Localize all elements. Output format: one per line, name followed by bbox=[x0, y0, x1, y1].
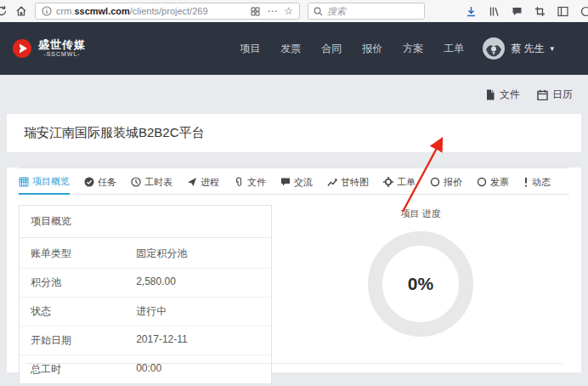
browser-toolbar: crm.sscmwl.com/clients/project/269 ⋯ ☆ bbox=[0, 0, 588, 22]
logo-icon bbox=[12, 38, 32, 59]
circle-icon bbox=[430, 177, 440, 187]
send-icon bbox=[187, 177, 197, 187]
circle-icon bbox=[477, 177, 487, 187]
library-icon[interactable] bbox=[489, 6, 500, 17]
user-name: 蔡 先生 bbox=[511, 42, 544, 56]
calendar-button[interactable]: 日历 bbox=[537, 88, 573, 102]
paperclip-icon bbox=[234, 177, 244, 187]
browser-search[interactable] bbox=[308, 3, 425, 20]
tab-discussion[interactable]: 交流 bbox=[280, 168, 313, 194]
nav-item-proposals[interactable]: 方案 bbox=[403, 42, 423, 56]
tab-overview[interactable]: 项目概览 bbox=[19, 168, 70, 195]
url-bar[interactable]: crm.sscmwl.com/clients/project/269 ⋯ ☆ bbox=[35, 3, 300, 20]
progress-donut-chart: 0% bbox=[368, 231, 473, 337]
row-label: 状态 bbox=[31, 304, 136, 319]
divider bbox=[25, 363, 563, 364]
nav-item-contracts[interactable]: 合同 bbox=[321, 42, 342, 56]
tab-invoices[interactable]: 发票 bbox=[477, 168, 509, 194]
project-tabs: 项目概览 任务 工时表 进程 文件 交流 bbox=[19, 167, 569, 195]
crop-icon[interactable] bbox=[534, 6, 546, 17]
row-value: 固定积分池 bbox=[136, 247, 260, 261]
chevron-down-icon: ▾ bbox=[550, 44, 554, 53]
address-url: crm.sscmwl.com/clients/project/269 bbox=[56, 6, 208, 16]
check-circle-icon bbox=[84, 177, 94, 187]
page-body: 文件 日历 瑞安江南国际服装城B2B2C平台 项目概览 任务 工时表 bbox=[0, 75, 588, 386]
page-action-icon[interactable] bbox=[251, 7, 260, 16]
nav-item-invoices[interactable]: 发票 bbox=[280, 42, 301, 56]
page-actions-dots-icon[interactable]: ⋯ bbox=[267, 6, 277, 16]
file-icon bbox=[485, 89, 495, 100]
gear-icon bbox=[383, 177, 393, 187]
app-navbar: 盛世传媒 -SSCMWL- 项目 发票 合同 报价 方案 工单 蔡 先生 ▾ bbox=[0, 22, 588, 75]
exclamation-icon bbox=[523, 177, 529, 187]
nav-item-projects[interactable]: 项目 bbox=[240, 42, 260, 56]
overview-card-title: 项目概览 bbox=[20, 206, 271, 238]
search-input[interactable] bbox=[327, 6, 419, 16]
download-icon[interactable] bbox=[466, 6, 477, 17]
project-title-card: 瑞安江南国际服装城B2B2C平台 bbox=[7, 114, 581, 152]
site-info-icon[interactable] bbox=[42, 6, 52, 16]
tab-quotes[interactable]: 报价 bbox=[430, 168, 462, 194]
nav-item-quotes[interactable]: 报价 bbox=[362, 42, 382, 56]
tab-activity[interactable]: 动态 bbox=[523, 168, 551, 194]
row-label: 开始日期 bbox=[31, 333, 136, 348]
project-overview-card: 项目概览 账单类型 固定积分池 积分池 2,580.00 状态 进行中 bbox=[19, 205, 272, 384]
project-main-card: 项目概览 任务 工时表 进程 文件 交流 bbox=[7, 167, 581, 372]
tab-tasks[interactable]: 任务 bbox=[84, 168, 116, 194]
tab-timesheet[interactable]: 工时表 bbox=[131, 168, 172, 194]
files-label: 文件 bbox=[500, 88, 520, 102]
progress-title: 项目 进度 bbox=[400, 207, 440, 220]
row-value: 00:00 bbox=[136, 362, 260, 377]
calendar-icon bbox=[537, 89, 548, 100]
tab-tickets[interactable]: 工单 bbox=[383, 168, 416, 194]
table-row: 状态 进行中 bbox=[20, 297, 271, 326]
sidebar-icon[interactable] bbox=[557, 6, 568, 17]
app-logo[interactable]: 盛世传媒 -SSCMWL- bbox=[12, 38, 86, 59]
user-menu[interactable]: 蔡 先生 ▾ bbox=[483, 37, 554, 60]
row-label: 总工时 bbox=[31, 362, 136, 377]
search-icon bbox=[314, 7, 323, 16]
nav-menu: 项目 发票 合同 报价 方案 工单 bbox=[240, 42, 464, 56]
files-button[interactable]: 文件 bbox=[485, 88, 520, 102]
table-row: 账单类型 固定积分池 bbox=[20, 240, 271, 268]
comment-icon bbox=[280, 177, 291, 187]
table-row: 开始日期 2017-12-11 bbox=[20, 326, 271, 355]
tab-gantt[interactable]: 甘特图 bbox=[327, 168, 369, 194]
clock-icon bbox=[131, 177, 141, 187]
row-value: 2017-12-11 bbox=[136, 333, 260, 348]
home-icon[interactable] bbox=[15, 5, 27, 17]
bookmark-star-icon[interactable]: ☆ bbox=[284, 6, 293, 16]
table-row: 积分池 2,580.00 bbox=[20, 268, 271, 297]
logo-title: 盛世传媒 bbox=[38, 39, 86, 51]
chart-line-icon bbox=[327, 177, 337, 187]
clipped-toolbar-icon[interactable] bbox=[580, 6, 588, 17]
refresh-icon[interactable] bbox=[0, 5, 8, 17]
row-value: 进行中 bbox=[136, 304, 260, 319]
nav-item-tickets[interactable]: 工单 bbox=[444, 42, 464, 56]
row-label: 积分池 bbox=[31, 275, 136, 290]
calendar-label: 日历 bbox=[552, 88, 573, 102]
user-avatar bbox=[483, 37, 505, 60]
table-row: 总工时 00:00 bbox=[20, 355, 271, 383]
row-label: 账单类型 bbox=[31, 247, 136, 261]
tab-files[interactable]: 文件 bbox=[234, 168, 266, 194]
logo-subtitle: -SSCMWL- bbox=[38, 51, 86, 58]
progress-percent: 0% bbox=[408, 274, 433, 294]
chat-bubble-icon[interactable] bbox=[512, 6, 523, 17]
grid-icon bbox=[19, 177, 29, 187]
page-title: 瑞安江南国际服装城B2B2C平台 bbox=[24, 125, 205, 139]
overview-content: 项目概览 账单类型 固定积分池 积分池 2,580.00 状态 进行中 bbox=[7, 195, 581, 384]
doc-actions: 文件 日历 bbox=[0, 75, 588, 102]
tab-process[interactable]: 进程 bbox=[187, 168, 219, 194]
row-value: 2,580.00 bbox=[136, 275, 260, 290]
project-progress: 项目 进度 0% bbox=[272, 205, 569, 384]
